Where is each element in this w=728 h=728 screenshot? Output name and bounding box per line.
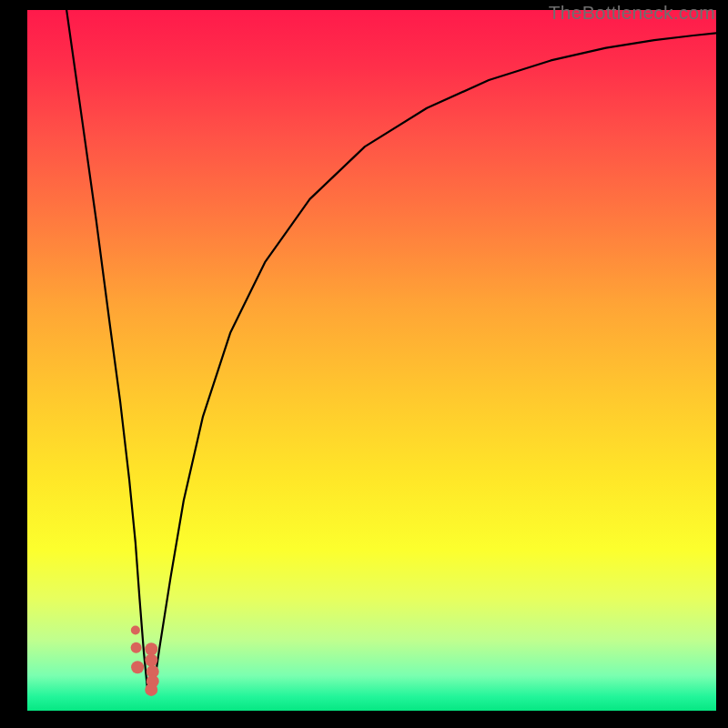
- gpu-point: [131, 625, 140, 634]
- gpu-points: [131, 625, 159, 695]
- plot-area: [27, 10, 716, 711]
- chart-stage: TheBottleneck.com: [0, 0, 728, 728]
- points-layer: [27, 10, 716, 711]
- gpu-point: [145, 654, 157, 667]
- watermark-text: TheBottleneck.com: [549, 2, 715, 24]
- gpu-point: [131, 661, 144, 673]
- gpu-point: [145, 642, 157, 655]
- gpu-point: [145, 683, 157, 696]
- gpu-point: [131, 642, 142, 653]
